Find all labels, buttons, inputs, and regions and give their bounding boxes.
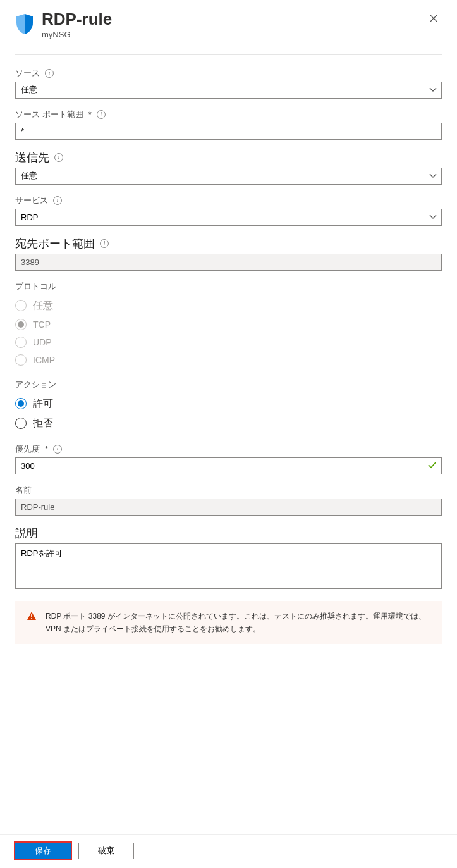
info-icon[interactable]: i: [53, 196, 62, 205]
footer: 保存 破棄: [0, 834, 457, 868]
shield-icon: [15, 10, 34, 37]
protocol-radio-icmp: ICMP: [15, 351, 442, 369]
source-port-input[interactable]: [15, 123, 442, 140]
blade-title: RDP-rule: [42, 10, 418, 28]
svg-rect-2: [31, 614, 32, 617]
source-port-label: ソース ポート範囲 * i: [15, 109, 442, 120]
service-select[interactable]: [15, 209, 442, 226]
svg-rect-3: [31, 618, 32, 619]
protocol-radio-any: 任意: [15, 296, 442, 316]
info-icon[interactable]: i: [45, 69, 54, 78]
priority-input[interactable]: [15, 457, 442, 474]
info-icon[interactable]: i: [53, 445, 62, 454]
info-icon[interactable]: i: [54, 153, 63, 162]
service-label: サービス i: [15, 195, 442, 206]
close-icon: [429, 14, 438, 23]
action-radio-deny[interactable]: 拒否: [15, 414, 442, 433]
dest-port-input: [15, 254, 442, 271]
warning-box: RDP ポート 3389 がインターネットに公開されています。これは、テストにの…: [15, 601, 442, 645]
description-input[interactable]: [15, 543, 442, 589]
save-button[interactable]: 保存: [15, 843, 71, 859]
action-radio-allow[interactable]: 許可: [15, 394, 442, 414]
discard-button[interactable]: 破棄: [78, 843, 134, 859]
destination-select[interactable]: [15, 168, 442, 185]
action-label: アクション: [15, 379, 442, 390]
priority-label: 優先度 * i: [15, 443, 442, 455]
dest-port-label: 宛先ポート範囲 i: [15, 236, 442, 251]
source-select[interactable]: [15, 82, 442, 99]
protocol-radio-tcp: TCP: [15, 316, 442, 333]
name-input: [15, 499, 442, 516]
protocol-radio-udp: UDP: [15, 333, 442, 351]
blade-subtitle: myNSG: [42, 30, 418, 39]
blade-header: RDP-rule myNSG: [15, 10, 442, 55]
info-icon[interactable]: i: [97, 110, 106, 119]
info-icon[interactable]: i: [100, 239, 109, 248]
warning-icon: [27, 611, 37, 636]
close-button[interactable]: [425, 10, 442, 29]
source-label: ソース i: [15, 68, 442, 79]
name-label: 名前: [15, 485, 442, 496]
description-label: 説明: [15, 526, 442, 541]
destination-label: 送信先 i: [15, 150, 442, 165]
protocol-label: プロトコル: [15, 281, 442, 292]
warning-text: RDP ポート 3389 がインターネットに公開されています。これは、テストにの…: [46, 610, 430, 636]
